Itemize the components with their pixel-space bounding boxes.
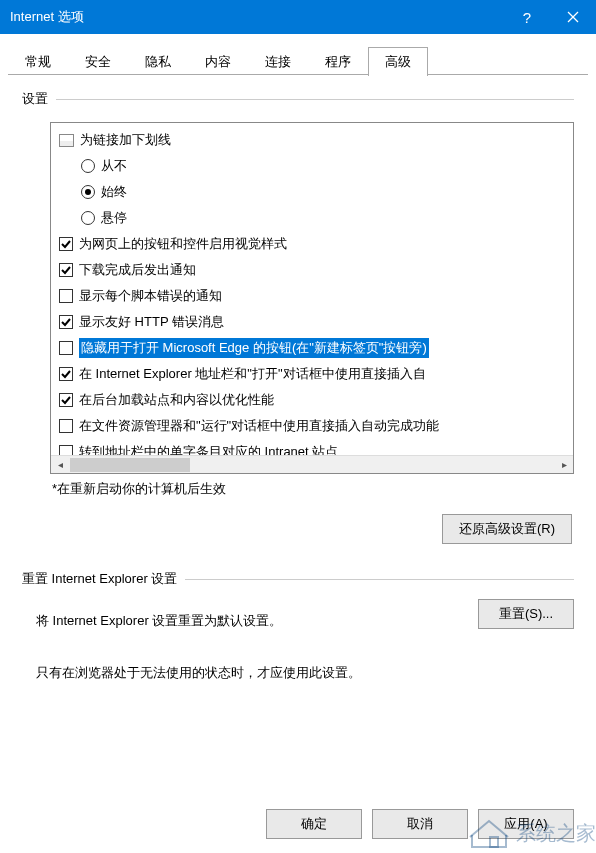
tab-privacy[interactable]: 隐私 <box>128 47 188 76</box>
ok-button[interactable]: 确定 <box>266 809 362 839</box>
dialog-button-row: 确定 取消 应用(A) <box>266 809 574 839</box>
cancel-button[interactable]: 取消 <box>372 809 468 839</box>
restore-defaults-button[interactable]: 还原高级设置(R) <box>442 514 572 544</box>
reset-label-text: 重置 Internet Explorer 设置 <box>22 570 177 588</box>
tab-strip: 常规 安全 隐私 内容 连接 程序 高级 <box>0 34 596 75</box>
tree-check-label: 为网页上的按钮和控件启用视觉样式 <box>79 235 287 253</box>
reset-group-label: 重置 Internet Explorer 设置 <box>22 570 574 588</box>
tree-check-4[interactable]: 隐藏用于打开 Microsoft Edge 的按钮(在"新建标签页"按钮旁) <box>51 335 573 361</box>
titlebar: Internet 选项 ? <box>0 0 596 34</box>
tree-check-label: 在后台加载站点和内容以优化性能 <box>79 391 274 409</box>
checkbox-icon[interactable] <box>59 237 73 251</box>
radio-icon[interactable] <box>81 211 95 225</box>
tab-general[interactable]: 常规 <box>8 47 68 76</box>
tree-check-label: 在 Internet Explorer 地址栏和"打开"对话框中使用直接插入自 <box>79 365 426 383</box>
tree-radio-label: 从不 <box>101 157 127 175</box>
close-icon <box>567 11 579 23</box>
tree-check-0[interactable]: 为网页上的按钮和控件启用视觉样式 <box>51 231 573 257</box>
reset-warning: 只有在浏览器处于无法使用的状态时，才应使用此设置。 <box>36 664 574 682</box>
tab-programs[interactable]: 程序 <box>308 47 368 76</box>
tree-radio-2[interactable]: 悬停 <box>51 205 573 231</box>
settings-tree[interactable]: 为链接加下划线从不始终悬停为网页上的按钮和控件启用视觉样式下载完成后发出通知显示… <box>50 122 574 474</box>
window-title: Internet 选项 <box>10 8 84 26</box>
tree-check-label: 在文件资源管理器和"运行"对话框中使用直接插入自动完成功能 <box>79 417 439 435</box>
settings-label-text: 设置 <box>22 90 48 108</box>
checkbox-icon[interactable] <box>59 289 73 303</box>
tree-radio-label: 始终 <box>101 183 127 201</box>
reset-button[interactable]: 重置(S)... <box>478 599 574 629</box>
checkbox-icon[interactable] <box>59 315 73 329</box>
tree-check-label: 下载完成后发出通知 <box>79 261 196 279</box>
tab-connections[interactable]: 连接 <box>248 47 308 76</box>
checkbox-icon[interactable] <box>59 341 73 355</box>
tree-radio-0[interactable]: 从不 <box>51 153 573 179</box>
tab-content[interactable]: 内容 <box>188 47 248 76</box>
checkbox-icon[interactable] <box>59 367 73 381</box>
close-button[interactable] <box>550 0 596 34</box>
apply-button[interactable]: 应用(A) <box>478 809 574 839</box>
tree-check-label: 显示友好 HTTP 错误消息 <box>79 313 224 331</box>
scroll-thumb[interactable] <box>70 458 190 472</box>
tree-check-6[interactable]: 在后台加载站点和内容以优化性能 <box>51 387 573 413</box>
horizontal-scrollbar[interactable]: ◂ ▸ <box>51 455 573 473</box>
tree-check-1[interactable]: 下载完成后发出通知 <box>51 257 573 283</box>
checkbox-icon[interactable] <box>59 419 73 433</box>
tree-radio-label: 悬停 <box>101 209 127 227</box>
tree-check-label: 显示每个脚本错误的通知 <box>79 287 222 305</box>
tree-parent-label: 为链接加下划线 <box>80 131 171 149</box>
restart-note: *在重新启动你的计算机后生效 <box>52 480 574 498</box>
help-button[interactable]: ? <box>504 0 550 34</box>
radio-icon[interactable] <box>81 185 95 199</box>
tree-radio-1[interactable]: 始终 <box>51 179 573 205</box>
scroll-left-arrow-icon[interactable]: ◂ <box>51 456 69 474</box>
checkbox-icon[interactable] <box>59 263 73 277</box>
scroll-right-arrow-icon[interactable]: ▸ <box>555 456 573 474</box>
tree-check-3[interactable]: 显示友好 HTTP 错误消息 <box>51 309 573 335</box>
checkbox-icon[interactable] <box>59 393 73 407</box>
tab-advanced[interactable]: 高级 <box>368 47 428 76</box>
radio-icon[interactable] <box>81 159 95 173</box>
tree-check-2[interactable]: 显示每个脚本错误的通知 <box>51 283 573 309</box>
tree-parent[interactable]: 为链接加下划线 <box>51 127 573 153</box>
reset-description: 将 Internet Explorer 设置重置为默认设置。 <box>36 612 282 630</box>
page-icon <box>59 134 74 147</box>
tree-check-label: 隐藏用于打开 Microsoft Edge 的按钮(在"新建标签页"按钮旁) <box>79 338 429 358</box>
tab-security[interactable]: 安全 <box>68 47 128 76</box>
settings-group-label: 设置 <box>22 90 574 108</box>
tree-check-5[interactable]: 在 Internet Explorer 地址栏和"打开"对话框中使用直接插入自 <box>51 361 573 387</box>
tree-check-7[interactable]: 在文件资源管理器和"运行"对话框中使用直接插入自动完成功能 <box>51 413 573 439</box>
